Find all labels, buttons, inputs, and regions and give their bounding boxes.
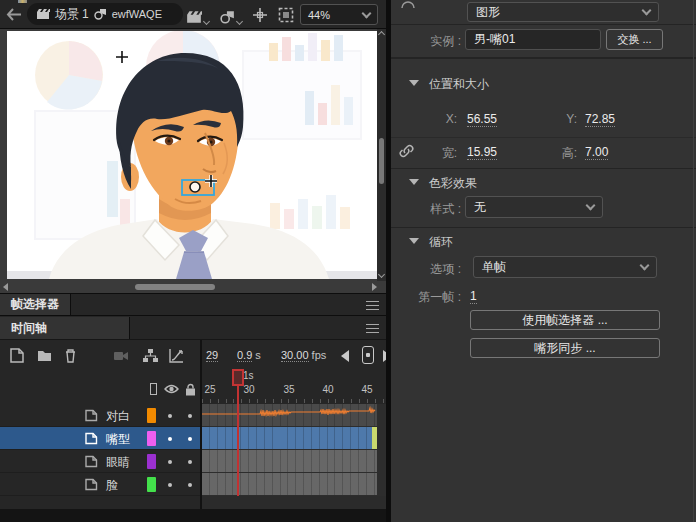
lip-sync-button[interactable]: 嘴形同步 ... [470,338,660,358]
delete-layer-icon[interactable] [62,347,79,364]
y-label: Y: [547,112,577,126]
vertical-scroll-thumb[interactable] [379,138,384,184]
current-frame-indicator[interactable]: 29 [206,349,218,361]
x-value[interactable]: 56.55 [467,112,497,127]
current-frame-button[interactable] [362,346,374,364]
collapse-triangle-icon[interactable] [409,80,419,86]
chevron-down-icon [640,261,650,271]
edit-scene-button[interactable] [186,6,209,24]
new-layer-icon[interactable] [8,347,25,364]
scene-label[interactable]: 场景 [55,6,79,23]
scroll-up-icon[interactable] [378,31,385,38]
current-frame-value: 29 [206,349,218,362]
edit-symbols-dropdown-arrow [236,18,243,25]
layer-lock-dot[interactable] [188,414,192,418]
stage-horizontal-scrollbar[interactable] [0,281,386,293]
layer-parenting-icon[interactable] [142,347,159,364]
layer-outline-color-swatch[interactable] [147,431,156,446]
edited-symbol-name[interactable]: ewfWAQE [112,8,162,20]
height-value[interactable]: 7.00 [585,145,608,160]
layer-lock-dot[interactable] [188,437,192,441]
camera-icon[interactable] [112,347,129,364]
stage-canvas[interactable] [7,31,377,279]
visibility-column-eye-icon[interactable] [164,383,179,395]
layer-outline-color-swatch[interactable] [147,408,156,423]
layer-visibility-dot[interactable] [168,414,172,418]
layer-visibility-dot[interactable] [168,460,172,464]
playhead-marker[interactable] [232,369,244,386]
center-frame-icon[interactable] [252,7,268,23]
layer-lock-dot[interactable] [188,483,192,487]
layer-visibility-dot[interactable] [168,437,172,441]
color-effect-section-title[interactable]: 色彩效果 [429,175,477,192]
scroll-left-icon[interactable] [3,283,8,291]
step-back-button[interactable] [341,350,349,362]
lip-sync-label: 嘴形同步 ... [534,340,595,357]
swap-symbol-button[interactable]: 交换 ... [606,29,663,50]
first-frame-value[interactable]: 1 [470,289,477,304]
layer-icon [84,455,98,468]
scroll-down-icon[interactable] [378,271,385,278]
frame-span[interactable] [202,473,377,495]
layer-row-face[interactable]: 脸 [0,473,200,496]
symbol-type-select[interactable]: 图形 [467,2,659,22]
use-frame-picker-button[interactable]: 使用帧选择器 ... [470,310,660,330]
loop-section-title[interactable]: 循环 [429,234,453,251]
layer-row-mouth[interactable]: 嘴型 [0,427,200,450]
timeline-column-divider[interactable] [200,340,202,509]
frame-span[interactable] [202,450,377,472]
frames-track-face[interactable] [202,473,386,496]
lock-column-icon[interactable] [185,383,196,396]
y-value[interactable]: 72.85 [585,112,615,127]
frame-rate-value: 30.00 [281,349,309,362]
scroll-right-icon[interactable] [372,283,377,291]
symbol-type-value: 图形 [476,4,500,21]
ruler-tick-40: 40 [318,384,338,395]
scene-number[interactable]: 1 [82,7,89,21]
panel-scrollbar-track[interactable] [693,0,694,522]
position-size-section-title[interactable]: 位置和大小 [429,76,489,93]
layer-icon [84,409,98,422]
edit-symbols-icon [220,10,235,24]
frames-track-mouth[interactable] [202,427,386,450]
end-keyframe[interactable] [372,427,377,449]
frame-rate-indicator[interactable]: 30.00 fps [281,349,326,361]
layer-row-dialogue[interactable]: 对白 [0,404,200,427]
tab-timeline[interactable]: 时间轴 [0,317,130,339]
elapsed-time-value: 0.9 [237,349,252,362]
link-dimensions-icon[interactable] [399,144,414,158]
frames-track-eyes[interactable] [202,450,386,473]
collapse-triangle-icon[interactable] [409,179,419,185]
horizontal-scroll-thumb[interactable] [135,284,215,290]
timeline-ruler[interactable]: 25 30 35 40 45 1s [202,371,386,404]
frames-track-dialogue[interactable] [202,404,386,427]
layer-row-eyes[interactable]: 眼睛 [0,450,200,473]
timeline-menu-icon[interactable] [366,324,379,333]
new-folder-icon[interactable] [36,347,53,364]
edit-symbols-button[interactable] [220,6,242,24]
clip-content-icon[interactable] [278,7,294,23]
layer-outline-color-swatch[interactable] [147,454,156,469]
elapsed-time-indicator[interactable]: 0.9 s [237,349,261,361]
layer-visibility-dot[interactable] [168,483,172,487]
layer-outline-color-swatch[interactable] [147,477,156,492]
stage-vertical-scrollbar[interactable] [377,29,386,281]
tween-span[interactable] [202,427,372,449]
width-value[interactable]: 15.95 [467,145,497,160]
back-arrow-icon[interactable] [6,8,22,21]
layer-lock-dot[interactable] [188,460,192,464]
panel-menu-icon[interactable] [366,301,379,310]
timeline-header: 25 30 35 40 45 1s [0,371,386,404]
collapse-triangle-icon[interactable] [409,238,419,244]
playhead-line[interactable] [237,386,239,496]
outline-column-icon[interactable] [150,383,157,395]
audio-frame-span[interactable] [202,404,377,426]
toolbar-clipped-icon [18,0,27,3]
scene-clapper-icon [36,8,50,20]
loop-options-select[interactable]: 单帧 [473,256,657,278]
graph-editor-icon[interactable] [168,347,185,364]
color-style-select[interactable]: 无 [465,196,603,218]
stage-zoom-select[interactable]: 44% [300,4,378,25]
instance-name-input[interactable]: 男-嘴01 [465,29,601,50]
tab-frame-picker[interactable]: 帧选择器 [0,294,71,315]
